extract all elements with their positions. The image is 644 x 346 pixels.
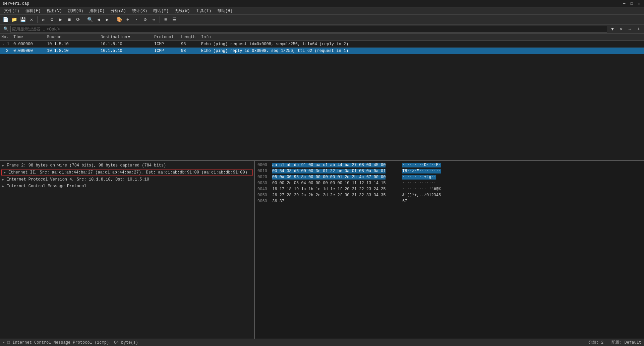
col-info[interactable]: Info	[201, 35, 644, 40]
filter-apply[interactable]: →	[626, 25, 634, 33]
find-button[interactable]: 🔍	[86, 16, 94, 24]
menu-view[interactable]: 视图(V)	[44, 7, 65, 14]
menu-wireless[interactable]: 无线(W)	[172, 7, 193, 14]
pkt-source: 10.1.8.10	[47, 49, 101, 53]
expand-icon[interactable]: ▶	[4, 170, 8, 175]
toolbar-sep1	[37, 16, 38, 23]
capture-status-icon: ●	[3, 341, 5, 344]
packet-detail: ▶ Frame 2: 98 bytes on wire (784 bits), …	[0, 161, 255, 339]
close-button[interactable]: ✕	[637, 1, 641, 6]
col-protocol[interactable]: Protocol	[154, 35, 181, 40]
pkt-detail-button[interactable]: ☰	[170, 16, 178, 24]
filter-bar: 🔍 ▼ ✕ → +	[0, 25, 644, 33]
restart-button[interactable]: ⟳	[74, 16, 82, 24]
pkt-time: 0.000000	[13, 42, 47, 47]
next-button[interactable]: ▶	[103, 16, 111, 24]
hex-row: 0040 16 17 18 19 1a 1b 1c 1d 1e 1f 20 21…	[257, 186, 641, 192]
pkt-list-button[interactable]: ≡	[162, 16, 170, 24]
col-destination[interactable]: Destination ▼	[101, 35, 154, 40]
col-time[interactable]: Time	[13, 35, 47, 40]
detail-ip-row[interactable]: ▶ Internet Protocol Version 4, Src: 10.1…	[0, 176, 254, 183]
pkt-destination: 10.1.8.10	[101, 42, 154, 47]
filter-clear[interactable]: ✕	[617, 25, 625, 33]
hex-row: 0020 05 0a 00 95 8c 00 00 00 00 01 2d 2b…	[257, 174, 641, 180]
profile-label: 配置: Default	[611, 340, 641, 345]
icmp-detail: Internet Control Message Protocol	[7, 184, 86, 189]
detail-frame-row[interactable]: ▶ Frame 2: 98 bytes on wire (784 bits), …	[0, 162, 254, 169]
status-left: ● □ Internet Control Message Protocol (i…	[3, 340, 138, 345]
profile-icon: □	[7, 340, 10, 345]
pkt-info: Echo (ping) request id=0x0008, seq=1/256…	[201, 42, 644, 47]
pkt-destination: 10.1.5.10	[101, 49, 154, 53]
menu-stats[interactable]: 统计(S)	[129, 7, 150, 14]
pkt-length: 98	[181, 42, 201, 47]
toolbar-sep3	[113, 16, 113, 23]
pkt-no: 2	[0, 49, 13, 53]
hex-row: 0050 26 27 28 29 2a 2b 2c 2d 2e 2f 30 31…	[257, 192, 641, 198]
prev-button[interactable]: ◀	[95, 16, 103, 24]
save-button[interactable]: 💾	[19, 16, 27, 24]
pkt-length: 98	[181, 49, 201, 53]
col-source[interactable]: Source	[47, 35, 101, 40]
bottom-area: ▶ Frame 2: 98 bytes on wire (784 bits), …	[0, 161, 644, 339]
capture-opts-button[interactable]: ⚙	[48, 16, 56, 24]
table-row[interactable]: → 1 0.000000 10.1.5.10 10.1.8.10 ICMP 98…	[0, 41, 644, 48]
zoom-reset-button[interactable]: ⊙	[141, 16, 149, 24]
pkt-no: → 1	[0, 42, 13, 47]
status-info: Internet Control Message Protocol (icmp)…	[12, 340, 138, 345]
start-capture-button[interactable]: ▶	[57, 16, 65, 24]
menu-go[interactable]: 跳转(G)	[65, 7, 86, 14]
window-title: server1.cap	[3, 1, 29, 6]
frame-detail: Frame 2: 98 bytes on wire (784 bits), 98…	[7, 163, 166, 168]
minimize-button[interactable]: ─	[622, 1, 627, 6]
title-bar: server1.cap ─ □ ✕	[0, 0, 644, 7]
filter-buttons: ▼ ✕ → +	[608, 25, 643, 33]
filter-bookmark[interactable]: ▼	[608, 25, 617, 33]
menu-help[interactable]: 帮助(H)	[215, 7, 235, 14]
packet-list: No. Time Source Destination ▼ Protocol L…	[0, 33, 644, 161]
detail-icmp-row[interactable]: ▶ Internet Control Message Protocol	[0, 183, 254, 190]
zoom-in-button[interactable]: +	[124, 16, 132, 24]
menu-analyze[interactable]: 分析(A)	[108, 7, 129, 14]
detail-ethernet-row[interactable]: ▶ Ethernet II, Src: aa:c1:ab:44:ba:27 (a…	[1, 169, 253, 176]
menu-phone[interactable]: 电话(Y)	[151, 7, 171, 14]
status-right: 分组: 2 配置: Default	[588, 340, 641, 345]
toolbar-sep4	[160, 16, 160, 23]
reload-button[interactable]: ↺	[39, 16, 47, 24]
menu-tools[interactable]: 工具(T)	[193, 7, 214, 14]
ethernet-detail: Ethernet II, Src: aa:c1:ab:44:ba:27 (aa:…	[8, 170, 247, 175]
zoom-out-button[interactable]: -	[132, 16, 140, 24]
table-row[interactable]: 2 0.000060 10.1.8.10 10.1.5.10 ICMP 98 E…	[0, 48, 644, 54]
col-length[interactable]: Length	[181, 35, 201, 40]
menu-edit[interactable]: 编辑(E)	[23, 7, 44, 14]
filter-label: 🔍	[1, 26, 10, 31]
pkt-time: 0.000060	[13, 49, 47, 53]
packet-count: 分组: 2	[588, 340, 604, 345]
pkt-protocol: ICMP	[154, 42, 181, 47]
expand-icon[interactable]: ▶	[2, 184, 7, 188]
stop-capture-button[interactable]: ■	[65, 16, 73, 24]
open-button[interactable]: 📁	[10, 16, 18, 24]
filter-input[interactable]	[10, 26, 607, 32]
ip-detail: Internet Protocol Version 4, Src: 10.1.8…	[7, 177, 149, 182]
toolbar-sep2	[84, 16, 84, 23]
new-button[interactable]: 📄	[1, 16, 9, 24]
pkt-protocol: ICMP	[154, 49, 181, 53]
status-bar: ● □ Internet Control Message Protocol (i…	[0, 339, 644, 346]
expand-icon[interactable]: ▶	[2, 178, 7, 182]
maximize-button[interactable]: □	[629, 1, 634, 6]
resize-columns-button[interactable]: ⇔	[150, 16, 158, 24]
col-no[interactable]: No.	[0, 35, 13, 40]
pkt-info: Echo (ping) reply id=0x0008, seq=1/256, …	[201, 49, 644, 53]
pkt-source: 10.1.5.10	[47, 42, 101, 47]
colorize-button[interactable]: 🎨	[115, 16, 123, 24]
menu-file[interactable]: 文件(F)	[1, 7, 22, 14]
menu-bar: 文件(F) 编辑(E) 视图(V) 跳转(G) 捕获(C) 分析(A) 统计(S…	[0, 7, 644, 15]
filter-more[interactable]: +	[635, 25, 643, 33]
menu-capture[interactable]: 捕获(C)	[86, 7, 107, 14]
hex-dump: 0000 aa c1 ab db 91 00 aa c1 ab 44 ba 27…	[255, 161, 644, 339]
close-file-button[interactable]: ✕	[27, 16, 36, 24]
expand-icon[interactable]: ▶	[2, 163, 7, 167]
window-controls: ─ □ ✕	[622, 1, 641, 6]
toolbar: 📄 📁 💾 ✕ ↺ ⚙ ▶ ■ ⟳ 🔍 ◀ ▶ 🎨 + - ⊙ ⇔ ≡ ☰	[0, 15, 644, 25]
